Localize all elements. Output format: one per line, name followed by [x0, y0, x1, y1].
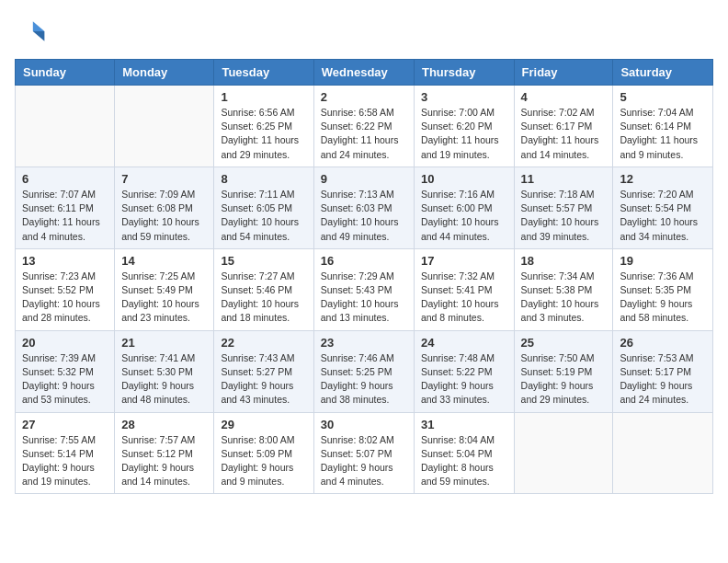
calendar-cell: 31Sunrise: 8:04 AM Sunset: 5:04 PM Dayli… — [414, 412, 514, 494]
day-info: Sunrise: 7:18 AM Sunset: 5:57 PM Dayligh… — [521, 188, 607, 244]
calendar-cell: 30Sunrise: 8:02 AM Sunset: 5:07 PM Dayli… — [313, 412, 414, 494]
day-number: 6 — [22, 172, 108, 186]
day-number: 8 — [221, 172, 306, 186]
logo — [15, 15, 53, 48]
day-number: 20 — [22, 336, 108, 350]
day-info: Sunrise: 6:58 AM Sunset: 6:22 PM Dayligh… — [321, 106, 407, 162]
calendar-cell: 2Sunrise: 6:58 AM Sunset: 6:22 PM Daylig… — [313, 86, 414, 167]
day-info: Sunrise: 7:55 AM Sunset: 5:14 PM Dayligh… — [22, 433, 108, 489]
calendar-cell: 5Sunrise: 7:04 AM Sunset: 6:14 PM Daylig… — [613, 86, 713, 167]
calendar-cell: 15Sunrise: 7:27 AM Sunset: 5:46 PM Dayli… — [214, 248, 313, 330]
day-info: Sunrise: 7:07 AM Sunset: 6:11 PM Dayligh… — [22, 188, 108, 244]
calendar-cell: 17Sunrise: 7:32 AM Sunset: 5:41 PM Dayli… — [414, 248, 514, 330]
calendar-cell: 11Sunrise: 7:18 AM Sunset: 5:57 PM Dayli… — [514, 167, 613, 248]
calendar-cell: 6Sunrise: 7:07 AM Sunset: 6:11 PM Daylig… — [16, 167, 115, 248]
day-info: Sunrise: 7:02 AM Sunset: 6:17 PM Dayligh… — [521, 106, 607, 162]
day-number: 25 — [521, 336, 607, 350]
day-info: Sunrise: 8:00 AM Sunset: 5:09 PM Dayligh… — [221, 433, 306, 489]
calendar-cell: 4Sunrise: 7:02 AM Sunset: 6:17 PM Daylig… — [514, 86, 613, 167]
day-number: 9 — [321, 172, 407, 186]
day-number: 31 — [421, 418, 507, 431]
calendar-week-2: 6Sunrise: 7:07 AM Sunset: 6:11 PM Daylig… — [16, 167, 713, 248]
weekday-header-tuesday: Tuesday — [214, 60, 313, 86]
day-info: Sunrise: 7:13 AM Sunset: 6:03 PM Dayligh… — [321, 188, 407, 244]
weekday-header-friday: Friday — [514, 60, 613, 86]
day-info: Sunrise: 8:02 AM Sunset: 5:07 PM Dayligh… — [321, 433, 407, 489]
day-number: 24 — [421, 336, 507, 350]
weekday-header-monday: Monday — [115, 60, 214, 86]
weekday-header-sunday: Sunday — [16, 60, 115, 86]
day-number: 16 — [321, 254, 407, 268]
calendar-cell: 14Sunrise: 7:25 AM Sunset: 5:49 PM Dayli… — [115, 248, 214, 330]
day-number: 10 — [421, 172, 507, 186]
day-number: 14 — [121, 254, 207, 268]
weekday-header-saturday: Saturday — [613, 60, 713, 86]
calendar-week-5: 27Sunrise: 7:55 AM Sunset: 5:14 PM Dayli… — [16, 412, 713, 494]
calendar-cell: 3Sunrise: 7:00 AM Sunset: 6:20 PM Daylig… — [414, 86, 514, 167]
day-info: Sunrise: 7:39 AM Sunset: 5:32 PM Dayligh… — [22, 351, 108, 408]
calendar-cell: 16Sunrise: 7:29 AM Sunset: 5:43 PM Dayli… — [313, 248, 414, 330]
day-number: 23 — [321, 336, 407, 350]
day-info: Sunrise: 7:50 AM Sunset: 5:19 PM Dayligh… — [521, 351, 607, 408]
day-number: 15 — [221, 254, 306, 268]
calendar-cell: 12Sunrise: 7:20 AM Sunset: 5:54 PM Dayli… — [613, 167, 713, 248]
calendar-cell: 25Sunrise: 7:50 AM Sunset: 5:19 PM Dayli… — [514, 330, 613, 412]
calendar-cell: 27Sunrise: 7:55 AM Sunset: 5:14 PM Dayli… — [16, 412, 115, 494]
weekday-header-thursday: Thursday — [414, 60, 514, 86]
calendar-cell: 29Sunrise: 8:00 AM Sunset: 5:09 PM Dayli… — [214, 412, 313, 494]
calendar-cell: 7Sunrise: 7:09 AM Sunset: 6:08 PM Daylig… — [115, 167, 214, 248]
day-number: 5 — [620, 90, 706, 104]
day-number: 3 — [421, 90, 507, 104]
calendar-cell: 8Sunrise: 7:11 AM Sunset: 6:05 PM Daylig… — [214, 167, 313, 248]
calendar-cell — [16, 86, 115, 167]
day-info: Sunrise: 7:20 AM Sunset: 5:54 PM Dayligh… — [620, 188, 706, 244]
calendar-week-1: 1Sunrise: 6:56 AM Sunset: 6:25 PM Daylig… — [16, 86, 713, 167]
calendar-cell: 26Sunrise: 7:53 AM Sunset: 5:17 PM Dayli… — [613, 330, 713, 412]
calendar-cell — [613, 412, 713, 494]
day-info: Sunrise: 8:04 AM Sunset: 5:04 PM Dayligh… — [421, 433, 507, 489]
day-number: 29 — [221, 418, 306, 431]
calendar-cell — [115, 86, 214, 167]
day-info: Sunrise: 7:34 AM Sunset: 5:38 PM Dayligh… — [521, 270, 607, 326]
day-number: 26 — [620, 336, 706, 350]
day-number: 7 — [121, 172, 207, 186]
day-info: Sunrise: 7:41 AM Sunset: 5:30 PM Dayligh… — [121, 351, 207, 408]
calendar-cell: 1Sunrise: 6:56 AM Sunset: 6:25 PM Daylig… — [214, 86, 313, 167]
calendar-week-4: 20Sunrise: 7:39 AM Sunset: 5:32 PM Dayli… — [16, 330, 713, 412]
day-number: 27 — [22, 418, 108, 431]
day-info: Sunrise: 7:16 AM Sunset: 6:00 PM Dayligh… — [421, 188, 507, 244]
day-number: 13 — [22, 254, 108, 268]
day-number: 1 — [221, 90, 306, 104]
calendar-cell: 18Sunrise: 7:34 AM Sunset: 5:38 PM Dayli… — [514, 248, 613, 330]
day-info: Sunrise: 7:25 AM Sunset: 5:49 PM Dayligh… — [121, 270, 207, 326]
calendar-table: SundayMondayTuesdayWednesdayThursdayFrid… — [15, 59, 713, 494]
logo-icon — [15, 15, 48, 48]
day-info: Sunrise: 7:11 AM Sunset: 6:05 PM Dayligh… — [221, 188, 306, 244]
day-info: Sunrise: 7:46 AM Sunset: 5:25 PM Dayligh… — [321, 351, 407, 408]
svg-marker-0 — [33, 21, 45, 31]
day-number: 22 — [221, 336, 306, 350]
calendar-cell: 22Sunrise: 7:43 AM Sunset: 5:27 PM Dayli… — [214, 330, 313, 412]
day-number: 30 — [321, 418, 407, 431]
day-info: Sunrise: 7:57 AM Sunset: 5:12 PM Dayligh… — [121, 433, 207, 489]
calendar-cell: 19Sunrise: 7:36 AM Sunset: 5:35 PM Dayli… — [613, 248, 713, 330]
day-info: Sunrise: 7:23 AM Sunset: 5:52 PM Dayligh… — [22, 270, 108, 326]
day-number: 28 — [121, 418, 207, 431]
calendar-body: 1Sunrise: 6:56 AM Sunset: 6:25 PM Daylig… — [16, 86, 713, 494]
calendar-cell: 10Sunrise: 7:16 AM Sunset: 6:00 PM Dayli… — [414, 167, 514, 248]
day-number: 21 — [121, 336, 207, 350]
day-info: Sunrise: 6:56 AM Sunset: 6:25 PM Dayligh… — [221, 106, 306, 162]
calendar-week-3: 13Sunrise: 7:23 AM Sunset: 5:52 PM Dayli… — [16, 248, 713, 330]
calendar-cell — [514, 412, 613, 494]
day-info: Sunrise: 7:48 AM Sunset: 5:22 PM Dayligh… — [421, 351, 507, 408]
calendar-cell: 24Sunrise: 7:48 AM Sunset: 5:22 PM Dayli… — [414, 330, 514, 412]
day-number: 11 — [521, 172, 607, 186]
day-number: 18 — [521, 254, 607, 268]
day-info: Sunrise: 7:00 AM Sunset: 6:20 PM Dayligh… — [421, 106, 507, 162]
day-info: Sunrise: 7:43 AM Sunset: 5:27 PM Dayligh… — [221, 351, 306, 408]
calendar-cell: 20Sunrise: 7:39 AM Sunset: 5:32 PM Dayli… — [16, 330, 115, 412]
calendar-cell: 23Sunrise: 7:46 AM Sunset: 5:25 PM Dayli… — [313, 330, 414, 412]
day-info: Sunrise: 7:04 AM Sunset: 6:14 PM Dayligh… — [620, 106, 706, 162]
calendar-cell: 13Sunrise: 7:23 AM Sunset: 5:52 PM Dayli… — [16, 248, 115, 330]
day-number: 12 — [620, 172, 706, 186]
